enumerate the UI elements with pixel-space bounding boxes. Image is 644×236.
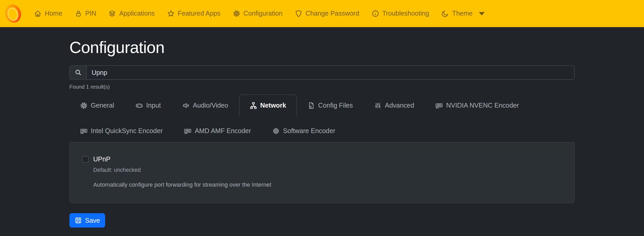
nav-item-applications[interactable]: Applications: [102, 0, 161, 27]
navbar-menu: Home PIN Applications Featured Apps Conf…: [28, 0, 491, 27]
lock-icon: [75, 10, 82, 17]
tab-config-files[interactable]: Config Files: [297, 94, 364, 116]
tab-audio-video[interactable]: Audio/Video: [172, 94, 239, 116]
network-tab-panel: UPnP Default: unchecked Automatically co…: [69, 142, 575, 203]
nav-label: Featured Apps: [178, 10, 220, 17]
config-search: [69, 65, 575, 80]
tab-label: Intel QuickSync Encoder: [91, 126, 163, 136]
tab-network[interactable]: Network: [239, 94, 297, 116]
shield-icon: [295, 10, 302, 17]
diagram-icon: [249, 102, 257, 109]
tab-nvidia-nvenc-encoder[interactable]: NVIDIA NVENC Encoder: [425, 94, 530, 116]
nav-item-configuration[interactable]: Configuration: [227, 0, 289, 27]
upnp-description: Automatically configure port forwarding …: [93, 180, 562, 189]
caret-down-icon: [478, 10, 485, 17]
gpu-card-icon: [80, 127, 87, 135]
info-circle-icon: [372, 10, 379, 17]
stack-icon: [109, 10, 116, 17]
save-icon: [75, 217, 82, 224]
gpu-card-icon: [184, 127, 191, 135]
upnp-label[interactable]: UPnP: [93, 156, 110, 163]
tab-label: General: [91, 101, 114, 110]
gear-icon: [233, 10, 240, 17]
nav-item-change-password[interactable]: Change Password: [289, 0, 365, 27]
nav-item-troubleshooting[interactable]: Troubleshooting: [365, 0, 435, 27]
cpu-icon: [272, 127, 280, 135]
sunshine-logo-icon: [4, 4, 22, 23]
file-gear-icon: [307, 102, 315, 109]
tab-advanced[interactable]: Advanced: [364, 94, 425, 116]
gpu-card-icon: [436, 102, 443, 109]
tab-general[interactable]: General: [69, 94, 125, 116]
tab-label: Software Encoder: [283, 126, 335, 136]
search-results-count: Found 1 result(s): [69, 83, 575, 91]
sliders-icon: [374, 102, 382, 109]
main-content: Configuration Found 1 result(s) General …: [69, 38, 575, 228]
nav-label: PIN: [85, 10, 96, 17]
tab-label: Input: [146, 101, 161, 110]
upnp-setting: UPnP Default: unchecked Automatically co…: [82, 155, 562, 189]
tab-amd-amf-encoder[interactable]: AMD AMF Encoder: [173, 120, 262, 142]
tab-label: Advanced: [385, 101, 414, 110]
tab-label: Config Files: [318, 101, 353, 110]
moon-icon: [442, 10, 449, 17]
nav-label: Home: [45, 10, 62, 17]
config-tabs: General Input Audio/Video Network Config…: [69, 94, 575, 142]
star-icon: [167, 10, 174, 17]
nav-item-featured-apps[interactable]: Featured Apps: [161, 0, 227, 27]
page-title: Configuration: [69, 38, 575, 57]
nav-item-theme[interactable]: Theme: [435, 0, 491, 27]
tab-label: NVIDIA NVENC Encoder: [446, 101, 519, 110]
search-icon: [75, 69, 82, 76]
speaker-icon: [182, 102, 189, 109]
search-input[interactable]: [86, 65, 575, 80]
sunshine-logo[interactable]: [4, 4, 22, 23]
save-button[interactable]: Save: [69, 213, 105, 227]
gamepad-icon: [135, 102, 143, 109]
nav-item-pin[interactable]: PIN: [68, 0, 102, 27]
tab-intel-quicksync-encoder[interactable]: Intel QuickSync Encoder: [69, 120, 173, 142]
tab-label: AMD AMF Encoder: [195, 126, 251, 136]
tab-label: Network: [260, 101, 286, 110]
tab-software-encoder[interactable]: Software Encoder: [262, 120, 346, 142]
nav-item-home[interactable]: Home: [28, 0, 68, 27]
upnp-default-value: Default: unchecked: [93, 166, 562, 174]
gear-icon: [80, 102, 87, 109]
nav-label: Applications: [119, 10, 155, 17]
house-icon: [34, 10, 41, 17]
tab-input[interactable]: Input: [125, 94, 172, 116]
app-root: Home PIN Applications Featured Apps Conf…: [0, 0, 644, 236]
nav-label: Change Password: [306, 10, 359, 17]
nav-label: Theme: [452, 10, 473, 17]
navbar: Home PIN Applications Featured Apps Conf…: [0, 0, 644, 27]
upnp-checkbox[interactable]: [82, 156, 89, 163]
tab-label: Audio/Video: [193, 101, 228, 110]
search-addon: [69, 65, 86, 80]
save-label: Save: [85, 217, 100, 224]
nav-label: Troubleshooting: [382, 10, 429, 17]
nav-label: Configuration: [244, 10, 282, 17]
